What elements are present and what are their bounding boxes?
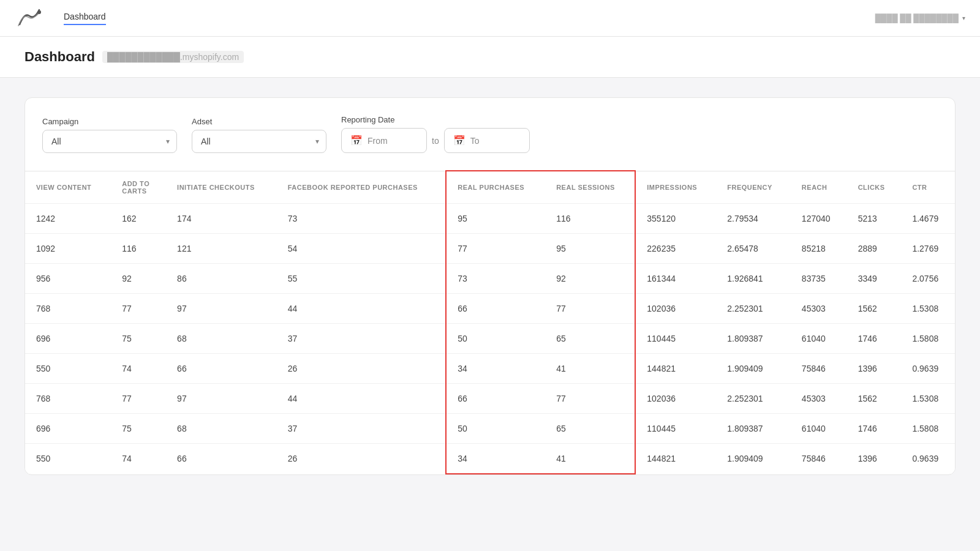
th-initiate-checkouts: INITIATE CHECKOUTS xyxy=(166,171,277,203)
td-real_sessions: 77 xyxy=(545,293,635,323)
td-initiate_checkouts: 68 xyxy=(166,323,277,353)
date-to-input[interactable]: 📅 To xyxy=(444,128,530,153)
td-clicks: 1746 xyxy=(847,413,902,443)
td-real_sessions: 116 xyxy=(545,203,635,233)
td-ctr: 1.4679 xyxy=(901,203,955,233)
date-range: 📅 From to 📅 To xyxy=(341,128,530,153)
td-impressions: 355120 xyxy=(635,203,716,233)
td-initiate_checkouts: 66 xyxy=(166,353,277,383)
td-reach: 127040 xyxy=(791,203,847,233)
td-real_sessions: 65 xyxy=(545,413,635,443)
table-body: 124216217473951163551202.795341270405213… xyxy=(25,203,955,474)
table-row: 69675683750651104451.8093876104017461.58… xyxy=(25,413,955,443)
table-row: 124216217473951163551202.795341270405213… xyxy=(25,203,955,233)
td-frequency: 1.909409 xyxy=(716,443,791,474)
td-clicks: 1746 xyxy=(847,323,902,353)
adset-label: Adset xyxy=(192,117,326,126)
td-initiate_checkouts: 66 xyxy=(166,443,277,474)
th-real-sessions: REAL SESSIONS xyxy=(545,171,635,203)
td-view_content: 768 xyxy=(25,293,111,323)
td-real_purchases: 77 xyxy=(446,233,545,263)
td-initiate_checkouts: 174 xyxy=(166,203,277,233)
td-ctr: 1.5308 xyxy=(901,383,955,413)
main-content: Campaign All Adset All Reporting Dat xyxy=(0,78,980,495)
td-initiate_checkouts: 121 xyxy=(166,233,277,263)
campaign-select[interactable]: All xyxy=(42,130,177,153)
date-from-input[interactable]: 📅 From xyxy=(341,128,427,153)
reporting-date-label: Reporting Date xyxy=(341,115,530,124)
td-impressions: 102036 xyxy=(635,293,716,323)
data-table-container: VIEW CONTENT ADD TOCARTS INITIATE CHECKO… xyxy=(25,170,955,474)
td-view_content: 956 xyxy=(25,263,111,293)
td-fb_reported_purchases: 37 xyxy=(277,323,447,353)
campaign-select-wrapper[interactable]: All xyxy=(42,130,177,153)
th-fb-reported-purchases: FACEBOOK REPORTED PURCHASES xyxy=(277,171,447,203)
td-impressions: 102036 xyxy=(635,383,716,413)
td-reach: 61040 xyxy=(791,413,847,443)
data-table: VIEW CONTENT ADD TOCARTS INITIATE CHECKO… xyxy=(25,170,955,474)
page-title: Dashboard xyxy=(24,49,95,65)
td-view_content: 696 xyxy=(25,413,111,443)
nav-dashboard[interactable]: Dashboard xyxy=(64,12,106,25)
td-fb_reported_purchases: 54 xyxy=(277,233,447,263)
td-reach: 75846 xyxy=(791,443,847,474)
dashboard-card: Campaign All Adset All Reporting Dat xyxy=(24,97,956,475)
table-row: 10921161215477952262352.654788521828891.… xyxy=(25,233,955,263)
td-frequency: 2.79534 xyxy=(716,203,791,233)
td-ctr: 1.5808 xyxy=(901,323,955,353)
td-real_purchases: 50 xyxy=(446,323,545,353)
td-impressions: 144821 xyxy=(635,443,716,474)
td-reach: 75846 xyxy=(791,353,847,383)
td-reach: 85218 xyxy=(791,233,847,263)
reporting-date-group: Reporting Date 📅 From to 📅 To xyxy=(341,115,530,153)
td-real_sessions: 41 xyxy=(545,353,635,383)
td-add_to_carts: 77 xyxy=(111,293,166,323)
table-row: 76877974466771020362.2523014530315621.53… xyxy=(25,293,955,323)
td-real_purchases: 66 xyxy=(446,293,545,323)
navbar-left: Dashboard xyxy=(15,7,106,29)
td-frequency: 2.65478 xyxy=(716,233,791,263)
td-fb_reported_purchases: 44 xyxy=(277,383,447,413)
table-row: 55074662634411448211.9094097584613960.96… xyxy=(25,353,955,383)
td-fb_reported_purchases: 55 xyxy=(277,263,447,293)
td-frequency: 1.909409 xyxy=(716,353,791,383)
td-frequency: 1.809387 xyxy=(716,413,791,443)
th-add-to-carts: ADD TOCARTS xyxy=(111,171,166,203)
td-impressions: 161344 xyxy=(635,263,716,293)
td-frequency: 1.809387 xyxy=(716,323,791,353)
td-initiate_checkouts: 68 xyxy=(166,413,277,443)
td-clicks: 1396 xyxy=(847,353,902,383)
td-impressions: 110445 xyxy=(635,413,716,443)
user-menu[interactable]: ████ ██ ████████ ▾ xyxy=(875,13,965,23)
td-ctr: 1.5308 xyxy=(901,293,955,323)
table-row: 69675683750651104451.8093876104017461.58… xyxy=(25,323,955,353)
td-reach: 45303 xyxy=(791,383,847,413)
td-add_to_carts: 116 xyxy=(111,233,166,263)
td-real_purchases: 34 xyxy=(446,443,545,474)
td-view_content: 768 xyxy=(25,383,111,413)
td-real_purchases: 34 xyxy=(446,353,545,383)
td-clicks: 5213 xyxy=(847,203,902,233)
page-title-row: Dashboard ████████████.myshopify.com xyxy=(24,49,956,65)
td-clicks: 1562 xyxy=(847,383,902,413)
campaign-label: Campaign xyxy=(42,117,177,126)
td-real_purchases: 73 xyxy=(446,263,545,293)
table-row: 76877974466771020362.2523014530315621.53… xyxy=(25,383,955,413)
td-view_content: 550 xyxy=(25,443,111,474)
td-real_sessions: 95 xyxy=(545,233,635,263)
adset-select[interactable]: All xyxy=(192,130,326,153)
td-reach: 45303 xyxy=(791,293,847,323)
th-real-purchases: REAL PURCHASES xyxy=(446,171,545,203)
td-view_content: 550 xyxy=(25,353,111,383)
th-reach: REACH xyxy=(791,171,847,203)
td-view_content: 1242 xyxy=(25,203,111,233)
td-ctr: 1.5808 xyxy=(901,413,955,443)
adset-select-wrapper[interactable]: All xyxy=(192,130,326,153)
td-ctr: 2.0756 xyxy=(901,263,955,293)
header-row: VIEW CONTENT ADD TOCARTS INITIATE CHECKO… xyxy=(25,171,955,203)
th-clicks: CLICKS xyxy=(847,171,902,203)
td-real_sessions: 65 xyxy=(545,323,635,353)
td-fb_reported_purchases: 73 xyxy=(277,203,447,233)
td-add_to_carts: 74 xyxy=(111,443,166,474)
td-reach: 61040 xyxy=(791,323,847,353)
